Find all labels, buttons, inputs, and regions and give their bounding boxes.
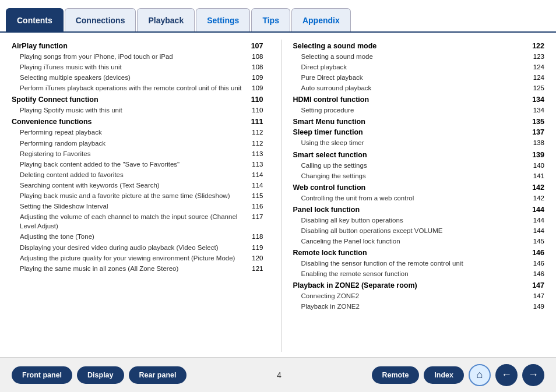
section-smart-menu: Smart Menu function 135 [293,118,545,126]
toc-entry: Searching content with keywords (Text Se… [12,180,263,190]
toc-entry: Selecting multiple speakers (devices) 10… [12,72,263,83]
content-area: AirPlay function 107 Playing songs from … [0,33,556,359]
toc-entry: Perform iTunes playback operations with … [12,83,263,93]
back-button[interactable]: ← [495,364,518,386]
bottom-navigation: Front panel Display Rear panel 4 Remote … [0,357,556,392]
tab-settings[interactable]: Settings [196,8,250,31]
tab-connections[interactable]: Connections [65,8,136,31]
section-remote-lock: Remote lock function 146 [293,249,545,257]
toc-entry: Selecting a sound mode 123 [293,51,545,62]
tab-appendix[interactable]: Appendix [291,8,351,31]
front-panel-button[interactable]: Front panel [12,366,72,384]
top-navigation: Contents Connections Playback Settings T… [0,0,556,33]
toc-entry: Playing back content added to the "Save … [12,159,263,169]
forward-button[interactable]: → [522,364,544,386]
toc-entry: Displaying your desired video during aud… [12,242,263,253]
toc-entry: Disabling the sensor function of the rem… [293,258,545,269]
remote-button[interactable]: Remote [372,366,420,384]
toc-entry: Controlling the unit from a web control … [293,193,545,203]
tab-playback[interactable]: Playback [137,8,195,31]
toc-entry: Playing songs from your iPhone, iPod tou… [12,51,263,62]
toc-entry: Auto surround playback 125 [293,83,545,93]
section-panel-lock: Panel lock function 144 [293,206,545,214]
toc-entry: Playing Spotify music with this unit 110 [12,105,263,115]
tab-contents[interactable]: Contents [6,8,64,31]
back-icon: ← [501,369,512,381]
forward-icon: → [528,369,539,381]
left-column: AirPlay function 107 Playing songs from … [12,40,263,352]
toc-entry: Enabling the remote sensor function 146 [293,269,545,279]
section-zone2: Playback in ZONE2 (Separate room) 147 [293,281,545,289]
section-sound-mode: Selecting a sound mode 122 [293,42,545,50]
display-button[interactable]: Display [77,366,124,384]
toc-entry: Performing random playback 112 [12,138,263,149]
toc-entry: Using the sleep timer 138 [293,137,545,148]
toc-entry: Playing iTunes music with this unit 108 [12,62,263,72]
toc-entry: Connecting ZONE2 147 [293,291,545,301]
toc-entry: Setting the Slideshow Interval 116 [12,201,263,211]
section-convenience: Convenience functions 111 [12,118,263,126]
page-number: 4 [277,370,281,380]
toc-entry: Adjusting the tone (Tone) 118 [12,231,263,242]
toc-entry: Changing the settings 141 [293,171,545,181]
section-spotify: Spotify Connect function 110 [12,96,263,104]
section-hdmi: HDMI control function 134 [293,96,545,104]
section-sleep-timer: Sleep timer function 137 [293,128,545,136]
toc-entry: Deleting content added to favorites 114 [12,169,263,180]
toc-entry: Adjusting the picture quality for your v… [12,253,263,263]
toc-entry: Canceling the Panel lock function 145 [293,236,545,246]
toc-entry: Adjusting the volume of each channel to … [12,211,263,231]
section-airplay: AirPlay function 107 [12,42,263,50]
index-button[interactable]: Index [424,366,464,384]
right-column: Selecting a sound mode 122 Selecting a s… [281,40,545,352]
home-icon: ⌂ [477,369,483,381]
toc-entry: Disabling all key button operations 144 [293,215,545,225]
toc-entry: Playing the same music in all zones (All… [12,263,263,274]
toc-entry: Pure Direct playback 124 [293,72,545,83]
toc-entry: Setting procedure 134 [293,105,545,115]
home-button[interactable]: ⌂ [469,364,491,386]
toc-entry: Performing repeat playback 112 [12,127,263,137]
rear-panel-button[interactable]: Rear panel [129,366,187,384]
bottom-nav-right: Remote Index ⌂ ← → [372,364,545,386]
bottom-nav-left: Front panel Display Rear panel [12,366,186,384]
toc-entry: Registering to Favorites 113 [12,149,263,159]
tab-tips[interactable]: Tips [251,8,290,31]
section-web-control: Web control function 142 [293,183,545,192]
toc-entry: Disabling all button operations except V… [293,225,545,236]
toc-entry: Direct playback 124 [293,62,545,72]
section-smart-select: Smart select function 139 [293,151,545,159]
toc-entry: Playing back music and a favorite pictur… [12,190,263,201]
toc-entry: Playback in ZONE2 149 [293,301,545,312]
toc-entry: Calling up the settings 140 [293,160,545,171]
